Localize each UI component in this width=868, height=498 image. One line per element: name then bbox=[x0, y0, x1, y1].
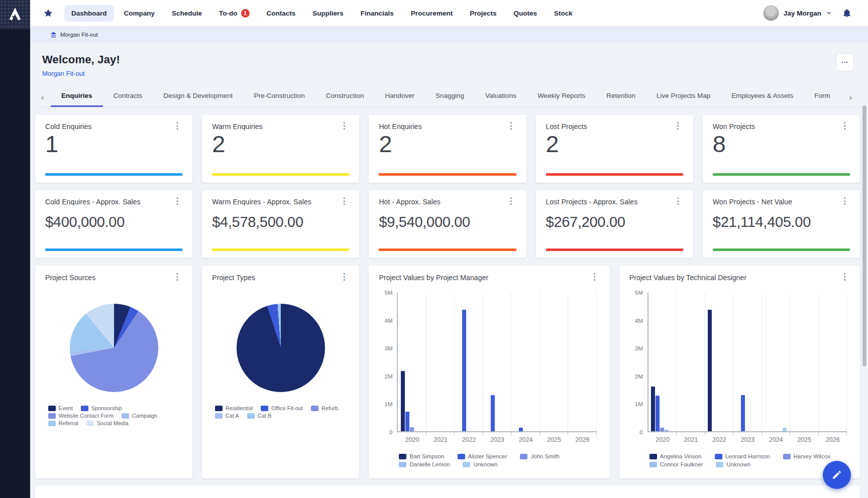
kebab-menu-icon[interactable]: ⋮ bbox=[839, 198, 850, 205]
nav-item-contacts[interactable]: Contacts bbox=[260, 5, 303, 22]
kebab-menu-icon[interactable]: ⋮ bbox=[339, 274, 349, 281]
legend-item-alister-spencer[interactable]: Alister Spencer bbox=[458, 453, 507, 459]
kebab-menu-icon[interactable]: ⋮ bbox=[172, 274, 182, 281]
kebab-menu-icon[interactable]: ⋮ bbox=[339, 198, 349, 205]
bar-slot bbox=[797, 293, 802, 431]
kebab-menu-icon[interactable]: ⋮ bbox=[172, 122, 182, 130]
nav-item-projects[interactable]: Projects bbox=[463, 5, 503, 22]
legend-item-cat-b[interactable]: Cat B bbox=[247, 413, 272, 419]
page-options-button[interactable]: ... bbox=[836, 53, 854, 71]
legend-item-residential[interactable]: Residential bbox=[215, 405, 253, 411]
bar-slot bbox=[495, 293, 499, 431]
bar-connor-faulkner-2020 bbox=[665, 430, 669, 431]
bar-slot bbox=[589, 293, 594, 431]
kebab-menu-icon[interactable]: ⋮ bbox=[839, 274, 850, 281]
x-axis-labels: 2020202120222023202420252026 bbox=[398, 436, 596, 443]
legend-item-campaign[interactable]: Campaign bbox=[122, 413, 157, 419]
kebab-menu-icon[interactable]: ⋮ bbox=[839, 122, 850, 130]
kebab-menu-icon[interactable]: ⋮ bbox=[172, 198, 182, 205]
kebab-menu-icon[interactable]: ⋮ bbox=[339, 122, 349, 130]
tabs-scroll-left-icon[interactable]: ‹ bbox=[36, 93, 51, 107]
nav-item-dashboard[interactable]: Dashboard bbox=[64, 5, 114, 22]
legend-label: Danielle Lemon bbox=[409, 461, 450, 467]
user-menu[interactable]: Jay Morgan bbox=[763, 5, 832, 21]
kebab-menu-icon[interactable]: ⋮ bbox=[506, 122, 516, 130]
nav-item-company[interactable]: Company bbox=[117, 5, 162, 22]
legend-item-cat-a[interactable]: Cat A bbox=[215, 413, 239, 419]
x-tick-label: 2025 bbox=[790, 436, 818, 443]
legend-item-harvey-wilcox[interactable]: Harvey Wilcox bbox=[783, 453, 830, 459]
tab-weekly-reports[interactable]: Weekly Reports bbox=[527, 87, 596, 107]
bar-alister-spencer-2023 bbox=[491, 395, 495, 431]
chart-card-head: Project Values by Technical Designer⋮ bbox=[629, 274, 850, 282]
kebab-menu-icon[interactable]: ⋮ bbox=[589, 274, 600, 281]
kebab-menu-icon[interactable]: ⋮ bbox=[673, 198, 683, 205]
kebab-menu-icon[interactable]: ⋮ bbox=[673, 122, 683, 130]
kpi-card-head: Warm Enquiries⋮ bbox=[212, 122, 349, 131]
tab-form[interactable]: Form bbox=[804, 87, 841, 107]
y-tick-label: 3M bbox=[384, 345, 392, 351]
nav-item-suppliers[interactable]: Suppliers bbox=[305, 5, 351, 22]
nav-item-procurement[interactable]: Procurement bbox=[404, 5, 460, 22]
legend-item-leonard-harrison[interactable]: Leonard Harrison bbox=[715, 453, 770, 459]
tab-pre-construction[interactable]: Pre-Construction bbox=[243, 87, 315, 107]
kebab-menu-icon[interactable]: ⋮ bbox=[506, 198, 516, 205]
legend-item-danielle-lemon[interactable]: Danielle Lemon bbox=[399, 461, 450, 467]
legend-item-referral[interactable]: Referral bbox=[48, 420, 78, 426]
tab-contracts[interactable]: Contracts bbox=[103, 87, 153, 107]
bar-slot bbox=[514, 293, 519, 431]
favorite-star-icon[interactable] bbox=[43, 8, 53, 18]
kpi-status-bar bbox=[546, 173, 683, 176]
nav-item-schedule[interactable]: Schedule bbox=[165, 5, 209, 22]
bar-group-2023 bbox=[733, 293, 762, 431]
tab-construction[interactable]: Construction bbox=[315, 87, 375, 107]
breadcrumb-label[interactable]: Morgan Fit-out bbox=[60, 32, 98, 38]
bar-group-2020 bbox=[648, 293, 677, 431]
bar-slot bbox=[684, 293, 688, 431]
nav-item-quotes[interactable]: Quotes bbox=[506, 5, 544, 22]
tab-employees-assets[interactable]: Employees & Assets bbox=[721, 87, 804, 107]
tab-design-development[interactable]: Design & Development bbox=[153, 87, 243, 107]
legend-item-social-media[interactable]: Social Media bbox=[86, 420, 129, 426]
project-link[interactable]: Morgan Fit-out bbox=[42, 70, 85, 77]
legend-item-website-contact-form[interactable]: Website Contact Form bbox=[48, 413, 114, 419]
chart-card-project-sources: Project Sources⋮EventSponsorshipWebsite … bbox=[35, 266, 192, 478]
tab-snagging[interactable]: Snagging bbox=[425, 87, 475, 107]
legend-item-unknown[interactable]: Unknown bbox=[716, 461, 750, 467]
notifications-bell-icon[interactable] bbox=[842, 8, 852, 18]
bar-group-2026 bbox=[568, 293, 596, 431]
legend-item-event[interactable]: Event bbox=[48, 405, 73, 411]
x-tick-label: 2022 bbox=[705, 436, 733, 443]
bar-plot bbox=[397, 293, 596, 432]
tab-valuations[interactable]: Valuations bbox=[475, 87, 527, 107]
legend-item-bart-simpson[interactable]: Bart Simpson bbox=[399, 453, 444, 459]
legend-label: Sponsorship bbox=[91, 405, 122, 411]
legend-item-office-fit-out[interactable]: Office Fit-out bbox=[261, 405, 303, 411]
tab-enquiries[interactable]: Enquiries bbox=[51, 87, 103, 107]
x-tick-label: 2022 bbox=[455, 436, 483, 443]
nav-item-to-do[interactable]: To-do1 bbox=[212, 5, 256, 22]
scrollbar-thumb[interactable] bbox=[862, 105, 866, 366]
kpi-card-head: Lost Projects⋮ bbox=[546, 122, 683, 131]
edit-fab-button[interactable] bbox=[823, 461, 851, 489]
tab-retention[interactable]: Retention bbox=[596, 87, 646, 107]
tabs-scroll-right-icon[interactable]: › bbox=[844, 93, 859, 107]
nav-item-stock[interactable]: Stock bbox=[547, 5, 580, 22]
legend-item-unknown[interactable]: Unknown bbox=[463, 461, 497, 467]
kpi-card-title: Won Projects bbox=[713, 122, 755, 131]
legend-item-refurb[interactable]: Refurb bbox=[311, 405, 338, 411]
bar-slot bbox=[806, 293, 811, 431]
tab-handover[interactable]: Handover bbox=[374, 87, 425, 107]
legend-item-connor-faulkner[interactable]: Connor Faulkner bbox=[649, 461, 703, 467]
bar-slot bbox=[401, 293, 405, 431]
bar-alister-spencer-2020 bbox=[405, 412, 409, 431]
legend-item-sponsorship[interactable]: Sponsorship bbox=[81, 405, 122, 411]
legend-item-john-smith[interactable]: John Smith bbox=[520, 453, 560, 459]
nav-item-financials[interactable]: Financials bbox=[354, 5, 401, 22]
bar-slot bbox=[839, 293, 844, 431]
legend-swatch bbox=[311, 406, 318, 411]
app-logo[interactable] bbox=[0, 0, 30, 29]
bar-slot bbox=[740, 293, 745, 431]
legend-item-angelina-vinson[interactable]: Angelina Vinson bbox=[649, 453, 702, 459]
tab-live-projects-map[interactable]: Live Projects Map bbox=[646, 87, 721, 107]
